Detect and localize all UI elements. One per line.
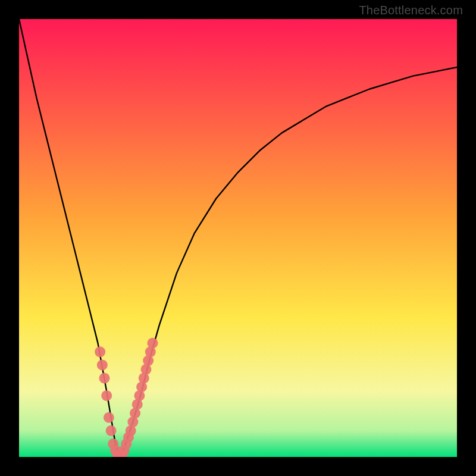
highlight-node (106, 425, 117, 436)
watermark-text: TheBottleneck.com (359, 4, 463, 17)
highlight-node (95, 346, 105, 357)
chart-area (19, 19, 457, 457)
plot-svg-container (19, 19, 457, 457)
gradient-background (19, 19, 457, 457)
highlight-node (99, 373, 110, 384)
plot-svg (19, 19, 457, 457)
highlight-node (101, 390, 112, 401)
highlight-node (147, 338, 158, 349)
highlight-node (104, 412, 114, 423)
highlight-node (97, 359, 108, 370)
